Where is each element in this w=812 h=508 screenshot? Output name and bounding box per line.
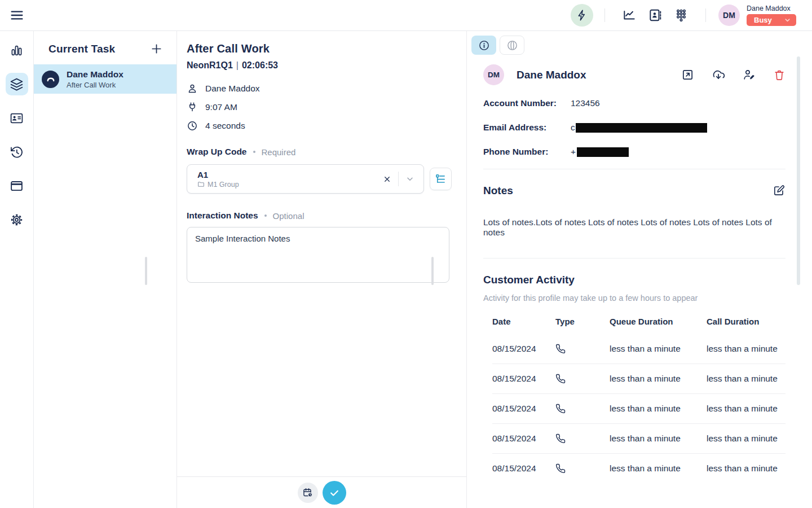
add-task-button[interactable] [150, 42, 163, 55]
sidebar-item-history[interactable] [6, 141, 28, 163]
section-divider [483, 169, 785, 169]
current-task-panel: Current Task Dane Maddox After Call Work [34, 31, 177, 508]
cell-date: 08/15/2024 [492, 344, 555, 354]
panel-resize-handle-right[interactable] [431, 257, 434, 285]
wrapup-code-value: A1 [197, 170, 379, 179]
dialpad-icon [674, 8, 689, 23]
sidebar-item-settings[interactable] [6, 208, 28, 231]
chevron-down-icon [784, 16, 791, 24]
profile-initials: DM [488, 71, 500, 79]
acw-duration: 4 seconds [205, 121, 245, 131]
task-avatar [42, 71, 59, 88]
task-contact-name: Dane Maddox [67, 69, 123, 80]
trash-icon [773, 69, 785, 81]
calendar-clock-icon [302, 487, 314, 498]
brain-icon [506, 40, 518, 51]
activity-subtitle: Activity for this profile may take up to… [483, 294, 785, 303]
scrollbar-thumb[interactable] [797, 56, 800, 285]
sidebar-item-apps[interactable] [6, 174, 28, 197]
duration-row: 4 seconds [187, 120, 452, 132]
tab-insights[interactable] [500, 36, 524, 55]
cell-call-duration: less than a minute [707, 344, 785, 354]
contact-card-icon [10, 111, 24, 125]
delete-contact-button[interactable] [773, 69, 785, 81]
top-bar: DM Dane Maddox Busy [0, 0, 812, 31]
cell-queue-duration: less than a minute [610, 463, 707, 474]
plus-icon [150, 42, 163, 55]
interaction-notes-label: Interaction Notes [187, 211, 258, 221]
redacted-email [576, 123, 707, 133]
cell-date: 08/15/2024 [492, 433, 555, 444]
user-avatar[interactable]: DM [718, 5, 740, 26]
account-number-value: 123456 [571, 98, 600, 108]
table-row: 08/15/2024 less than a minute less than … [492, 423, 785, 453]
edit-contact-button[interactable] [743, 68, 756, 81]
email-value-prefix: c [571, 122, 575, 133]
contact-name: Dane Maddox [205, 84, 260, 94]
cell-call-duration: less than a minute [707, 433, 785, 444]
cell-call-duration: less than a minute [707, 463, 785, 474]
gear-icon [10, 213, 24, 227]
clear-wrapup-button[interactable] [379, 172, 395, 187]
cell-date: 08/15/2024 [492, 463, 555, 474]
contact-row: Dane Maddox [187, 83, 452, 94]
dialpad-button[interactable] [670, 5, 692, 25]
profile-name: Dane Maddox [517, 69, 586, 81]
sidebar-item-performance[interactable] [6, 39, 28, 62]
wrapup-code-select[interactable]: A1 M1 Group [187, 164, 424, 194]
call-type-icon [555, 374, 610, 384]
lightning-icon [576, 9, 588, 21]
topbar-divider [604, 8, 605, 22]
call-type-icon [555, 344, 610, 354]
complete-acw-button[interactable] [323, 481, 346, 505]
navigation-rail [0, 31, 34, 508]
table-header-row: Date Type Queue Duration Call Duration [492, 317, 785, 334]
redacted-phone [577, 147, 629, 157]
queue-name: NeonR1Q1 [187, 60, 233, 70]
cell-date: 08/15/2024 [492, 404, 555, 414]
account-number-label: Account Number: [483, 98, 571, 108]
panel-resize-handle-left[interactable] [145, 257, 147, 285]
bullet-dot [264, 214, 267, 217]
tab-profile-info[interactable] [471, 36, 496, 55]
browser-window-icon [10, 179, 24, 193]
wrapup-dropdown-toggle[interactable] [402, 171, 418, 187]
column-header-date: Date [492, 317, 555, 326]
directory-button[interactable] [644, 5, 667, 25]
status-label: Busy [754, 16, 772, 24]
line-chart-icon [622, 8, 637, 23]
task-list-item[interactable]: Dane Maddox After Call Work [34, 64, 176, 94]
cell-queue-duration: less than a minute [610, 374, 707, 384]
phone-label: Phone Number: [483, 147, 571, 157]
table-row: 08/15/2024 less than a minute less than … [492, 453, 785, 483]
cell-queue-duration: less than a minute [610, 344, 707, 354]
notes-text: Lots of notes.Lots of notes Lots of note… [483, 217, 785, 238]
interactions-button[interactable] [571, 4, 593, 27]
table-row: 08/15/2024 less than a minute less than … [492, 393, 785, 423]
schedule-callback-button[interactable] [298, 483, 318, 503]
call-type-icon [555, 433, 610, 444]
profile-avatar: DM [483, 64, 504, 85]
interaction-notes-input[interactable]: Sample Interaction Notes [187, 227, 449, 283]
save-contact-button[interactable] [712, 68, 725, 82]
wrapup-label: Wrap Up Code [187, 147, 247, 157]
topbar-divider [705, 8, 706, 22]
sidebar-item-contacts[interactable] [6, 107, 28, 129]
performance-button[interactable] [618, 5, 641, 25]
status-dropdown[interactable]: Busy [747, 14, 796, 26]
edit-square-icon [773, 184, 785, 197]
cloud-download-icon [712, 68, 725, 82]
section-divider [483, 258, 785, 259]
clock-icon [187, 120, 198, 132]
history-icon [10, 145, 24, 159]
bar-chart-icon [10, 43, 24, 58]
notes-title: Notes [483, 185, 513, 197]
acw-footer [177, 476, 466, 508]
hamburger-menu-button[interactable] [9, 7, 26, 24]
sidebar-item-interactions[interactable] [6, 73, 28, 95]
browse-wrapup-codes-button[interactable] [430, 168, 452, 190]
edit-notes-button[interactable] [773, 184, 785, 197]
open-profile-button[interactable] [681, 68, 694, 81]
info-icon [478, 40, 490, 51]
column-header-call-duration: Call Duration [707, 317, 785, 326]
